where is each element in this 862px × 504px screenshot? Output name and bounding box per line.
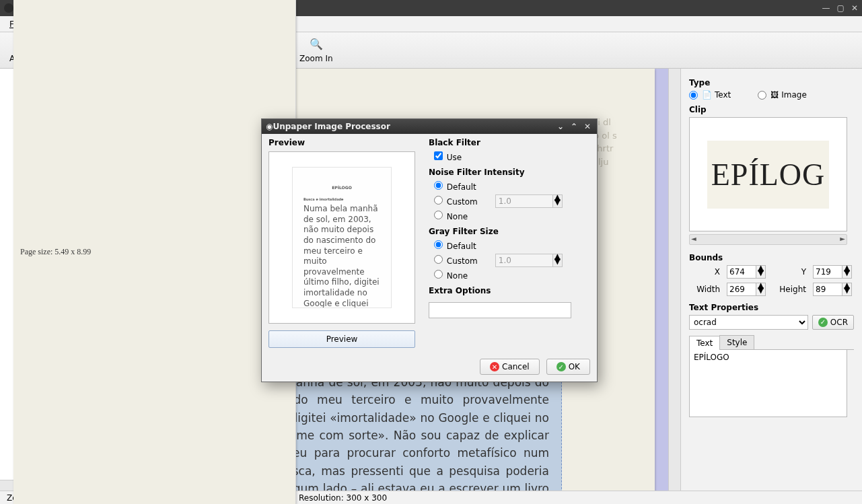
type-text-radio[interactable]: 📄 Text xyxy=(689,90,731,100)
preview-heading: Preview xyxy=(268,138,417,147)
noise-default-radio[interactable]: Default xyxy=(434,181,476,192)
properties-panel: Type 📄 Text 🖼 Image Clip EPÍLOG Bounds X… xyxy=(680,69,862,491)
black-filter-heading: Black Filter xyxy=(429,138,590,147)
clip-text: EPÍLOG xyxy=(707,141,830,209)
canvas-vscroll[interactable] xyxy=(668,69,680,491)
extra-options-input[interactable] xyxy=(429,302,571,318)
dialog-titlebar[interactable]: ◉ Unpaper Image Processor ⌄ ⌃ ✕ xyxy=(262,119,597,134)
preview-box: EPÍLOGO Busca e imortalidade Numa bela m… xyxy=(268,151,415,324)
zoom-in-icon: 🔍 xyxy=(308,38,324,51)
clip-preview: EPÍLOG xyxy=(689,117,847,231)
cancel-button[interactable]: ✕Cancel xyxy=(480,359,540,375)
width-input[interactable]: ▲▼ xyxy=(727,283,770,296)
minimize-icon[interactable]: — xyxy=(822,3,830,13)
unpaper-dialog: ◉ Unpaper Image Processor ⌄ ⌃ ✕ Preview … xyxy=(261,118,598,382)
clip-hscroll[interactable] xyxy=(689,234,847,245)
type-heading: Type xyxy=(689,78,854,87)
status-page-size: Page size: 5.49 x 8.99 xyxy=(13,0,296,504)
dialog-close-icon[interactable]: ✕ xyxy=(582,122,593,131)
height-input[interactable]: ▲▼ xyxy=(813,283,856,296)
extra-heading: Extra Options xyxy=(429,286,590,295)
tab-style[interactable]: Style xyxy=(719,335,754,349)
text-doc-icon: 📄 xyxy=(702,90,712,100)
dialog-maximize-icon[interactable]: ⌃ xyxy=(569,122,579,131)
gray-custom-radio[interactable]: Custom xyxy=(434,255,478,266)
x-label: X xyxy=(689,267,721,277)
zoom-in-label: Zoom In xyxy=(299,54,333,63)
preview-button[interactable]: Preview xyxy=(268,330,415,348)
y-input[interactable]: ▲▼ xyxy=(813,265,856,279)
noise-none-radio[interactable]: None xyxy=(434,211,468,221)
status-resolution: Resolution: 300 x 300 xyxy=(292,491,394,504)
width-label: Width xyxy=(689,285,721,294)
zoom-in-button[interactable]: 🔍 Zoom In xyxy=(293,35,340,66)
gray-default-radio[interactable]: Default xyxy=(434,240,476,251)
ok-icon: ✓ xyxy=(556,362,566,371)
use-checkbox[interactable]: Use xyxy=(434,151,462,162)
y-label: Y xyxy=(775,267,807,277)
statusbar: Zoom: 40% Page size: 5.49 x 8.99 Resolut… xyxy=(0,491,862,504)
noise-custom-radio[interactable]: Custom xyxy=(434,196,478,207)
dialog-minimize-icon[interactable]: ⌄ xyxy=(555,122,566,131)
gray-custom-input[interactable]: ▲▼ xyxy=(495,254,563,267)
preview-page: EPÍLOGO Busca e imortalidade Numa bela m… xyxy=(292,167,392,308)
tab-text[interactable]: Text xyxy=(689,336,720,350)
cancel-icon: ✕ xyxy=(490,362,499,371)
dialog-app-icon: ◉ xyxy=(266,122,273,131)
x-input[interactable]: ▲▼ xyxy=(727,265,770,279)
dialog-title: Unpaper Image Processor xyxy=(273,122,390,131)
maximize-icon[interactable]: ▢ xyxy=(837,3,845,13)
ocr-engine-select[interactable]: ocrad xyxy=(689,315,808,330)
height-label: Height xyxy=(775,285,807,294)
image-icon: 🖼 xyxy=(770,90,779,100)
gray-heading: Gray Filter Size xyxy=(429,227,590,236)
app-icon xyxy=(4,3,13,13)
text-props-heading: Text Properties xyxy=(689,303,854,312)
ok-button[interactable]: ✓OK xyxy=(546,359,590,375)
close-icon[interactable]: ✕ xyxy=(851,3,858,13)
gray-none-radio[interactable]: None xyxy=(434,270,468,281)
noise-heading: Noise Filter Intensity xyxy=(429,168,590,177)
ocr-button[interactable]: ✓OCR xyxy=(812,315,854,330)
ocr-output[interactable]: EPÍLOGO xyxy=(689,350,847,417)
type-image-radio[interactable]: 🖼 Image xyxy=(758,90,807,100)
noise-custom-input[interactable]: ▲▼ xyxy=(495,194,563,208)
bounds-heading: Bounds xyxy=(689,253,854,262)
check-icon: ✓ xyxy=(818,318,828,327)
clip-heading: Clip xyxy=(689,105,854,114)
